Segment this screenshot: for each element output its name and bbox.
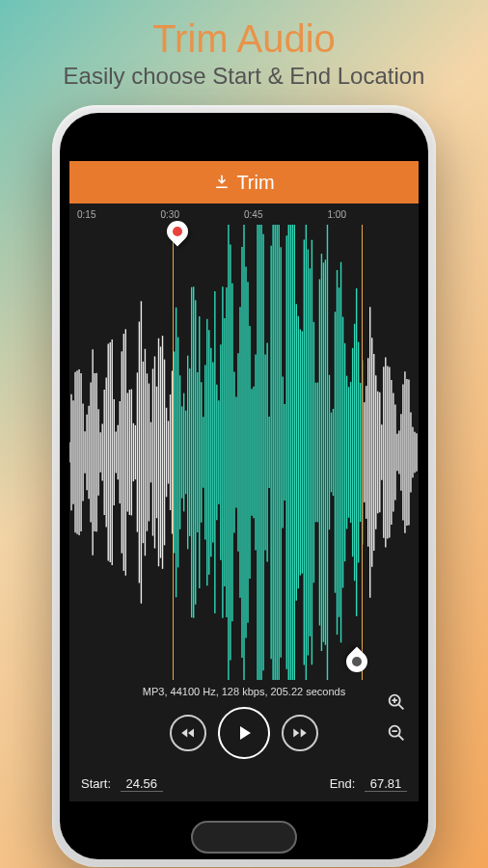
start-field[interactable]: Start: 24.56 [81,776,163,792]
trim-button[interactable]: Trim [69,161,419,203]
playback-controls [69,701,419,769]
end-field[interactable]: End: 67.81 [330,776,407,792]
timeline-tick: 1:00 [328,209,412,220]
zoom-out-icon [386,722,407,744]
trim-label: Trim [236,172,274,194]
forward-button[interactable] [282,715,318,751]
end-label: End: [330,776,356,791]
waveform-area[interactable] [69,225,419,680]
app-screen: Trim 0:15 0:30 0:45 1:00 [69,161,419,801]
timeline-ruler: 0:15 0:30 0:45 1:00 [69,203,419,225]
trim-icon [213,174,230,191]
rewind-icon [179,724,197,742]
timeline-tick: 0:15 [77,209,161,220]
zoom-in-icon [386,692,407,713]
forward-icon [291,724,309,742]
play-button[interactable] [218,707,270,759]
timeline-tick: 0:45 [244,209,328,220]
end-marker-line [362,225,364,680]
promo-header: Trim Audio Easily choose Start & End Loc… [0,0,488,101]
promo-subtitle: Easily choose Start & End Location [10,63,478,90]
audio-info: MP3, 44100 Hz, 128 kbps, 205.22 seconds [69,680,419,701]
timeline-tick: 0:30 [161,209,245,220]
end-marker[interactable] [346,651,369,682]
play-icon [232,721,256,745]
start-marker-line [173,225,175,680]
waveform-icon [69,225,419,680]
phone-frame: Trim 0:15 0:30 0:45 1:00 [52,105,436,867]
start-label: Start: [81,776,111,791]
zoom-in-button[interactable] [386,692,409,715]
end-value: 67.81 [365,776,407,792]
phone-home-button [191,821,297,854]
start-value: 24.56 [121,776,163,792]
start-marker[interactable] [167,221,190,250]
promo-title: Trim Audio [10,17,478,61]
rewind-button[interactable] [170,715,206,751]
zoom-out-button[interactable] [386,722,409,746]
trim-values-row: Start: 24.56 End: 67.81 [69,769,419,801]
